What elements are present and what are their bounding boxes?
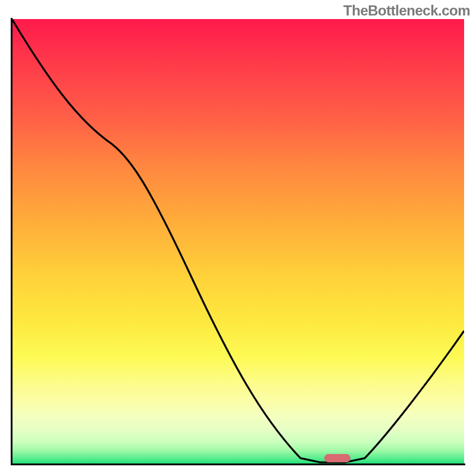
- chart-container: TheBottleneck.com: [0, 0, 476, 476]
- watermark-text: TheBottleneck.com: [343, 2, 470, 19]
- x-axis: [11, 464, 465, 465]
- curve-path: [12, 19, 464, 462]
- y-axis: [11, 18, 12, 465]
- bottleneck-curve: [12, 19, 464, 464]
- optimal-range-marker: [324, 454, 350, 462]
